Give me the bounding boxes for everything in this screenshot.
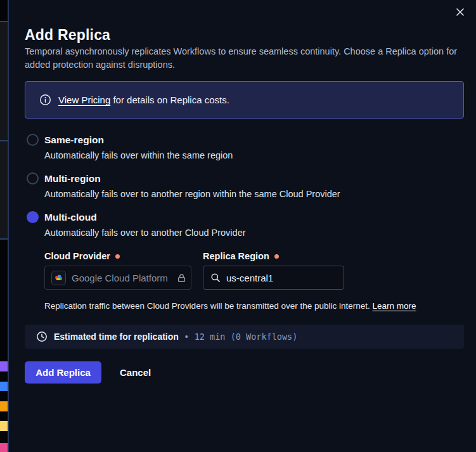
close-button[interactable]: [454, 6, 466, 18]
radio-multi-cloud[interactable]: [27, 211, 39, 223]
cancel-button[interactable]: Cancel: [109, 361, 162, 384]
google-cloud-logo-icon: [51, 271, 66, 285]
cloud-provider-select[interactable]: Google Cloud Platform: [44, 266, 191, 290]
background-divider: [0, 238, 8, 240]
background-stripe: [0, 421, 8, 431]
radio-same-region-description: Automatically fails over within the same…: [44, 150, 233, 160]
radio-multi-region-description: Automatically fails over to another regi…: [44, 189, 340, 199]
modal-description: Temporal asynchronously replicates Workf…: [25, 45, 465, 72]
estimate-value: 12 min (0 Workflows): [195, 332, 298, 342]
add-replica-button[interactable]: Add Replica: [25, 361, 101, 384]
background-stripe: [0, 401, 8, 411]
background-panel: [0, 22, 8, 140]
cloud-provider-label-text: Cloud Provider: [44, 251, 110, 261]
radio-multi-cloud-description: Automatically fails over to another Clou…: [44, 228, 246, 238]
learn-more-link[interactable]: Learn more: [373, 301, 416, 311]
info-circle-icon: [39, 94, 51, 106]
page-title: Add Replica: [25, 27, 110, 44]
estimate-label: Estimated time for replication: [54, 332, 179, 342]
add-replica-modal: Add Replica Temporal asynchronously repl…: [8, 0, 476, 452]
estimate-separator: •: [185, 332, 188, 342]
replica-region-value: us-central1: [226, 273, 273, 283]
radio-same-region-label[interactable]: Same-region: [44, 134, 104, 146]
replica-region-input[interactable]: us-central1: [203, 266, 344, 290]
background-divider: [0, 21, 8, 22]
background-page-edge: [0, 0, 8, 452]
note-text: Replication traffic between Cloud Provid…: [44, 301, 373, 311]
replica-region-label-text: Replica Region: [203, 251, 269, 261]
clock-icon: [36, 331, 48, 342]
cloud-provider-value: Google Cloud Platform: [72, 273, 168, 283]
search-icon: [210, 273, 221, 283]
screen: Add Replica Temporal asynchronously repl…: [0, 0, 476, 452]
pricing-info-banner: View Pricing for details on Replica cost…: [25, 81, 464, 119]
pricing-banner-rest: for details on Replica costs.: [110, 94, 229, 105]
pricing-banner-text: View Pricing for details on Replica cost…: [58, 94, 229, 105]
radio-multi-region[interactable]: [27, 172, 39, 184]
close-icon: [455, 7, 465, 17]
background-stripe: [0, 443, 8, 452]
view-pricing-link[interactable]: View Pricing: [58, 94, 110, 105]
radio-multi-cloud-label[interactable]: Multi-cloud: [44, 212, 97, 223]
radio-multi-region-label[interactable]: Multi-region: [44, 173, 101, 184]
background-stripe: [0, 361, 8, 371]
cloud-provider-label: Cloud Provider: [44, 251, 120, 261]
background-divider: [0, 140, 8, 141]
required-dot: [274, 254, 279, 259]
estimate-banner: Estimated time for replication • 12 min …: [25, 325, 464, 349]
required-dot: [115, 254, 120, 259]
public-internet-note: Replication traffic between Cloud Provid…: [44, 301, 416, 311]
replica-region-label: Replica Region: [203, 251, 279, 261]
background-panel: [0, 141, 8, 238]
radio-same-region[interactable]: [27, 134, 39, 146]
lock-icon: [176, 273, 187, 283]
background-stripe: [0, 382, 8, 391]
